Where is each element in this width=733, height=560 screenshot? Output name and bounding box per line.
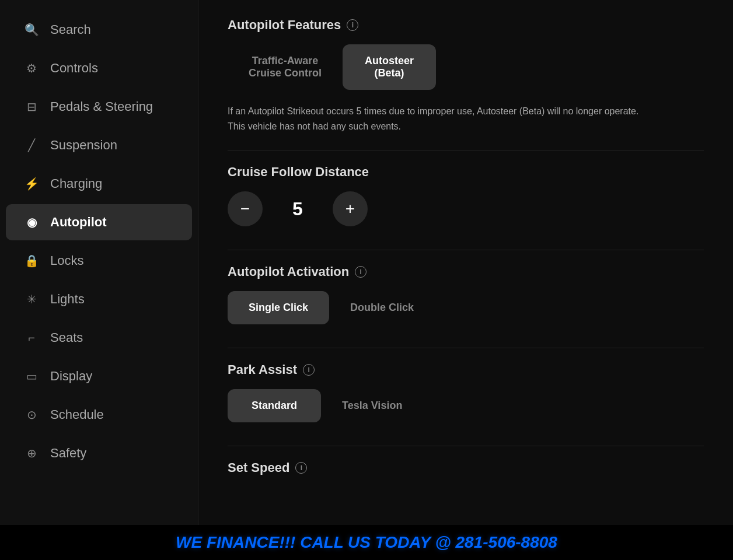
double-click-btn[interactable]: Double Click	[329, 291, 435, 324]
banner-text: WE FINANCE!!! CALL US TODAY @ 281-506-88…	[176, 533, 557, 551]
autopilot-features-title: Autopilot Features i	[228, 18, 704, 33]
autopilot-activation-title: Autopilot Activation i	[228, 264, 704, 279]
sidebar-label-suspension: Suspension	[50, 138, 117, 153]
distance-value: 5	[286, 198, 309, 220]
sidebar-item-schedule[interactable]: ⊙ Schedule	[6, 397, 192, 433]
sidebar-item-search[interactable]: 🔍 Search	[6, 12, 192, 48]
autopilot-features-section: Autopilot Features i Traffic-Aware Cruis…	[228, 18, 704, 134]
autopilot-features-toggle-group: Traffic-Aware Cruise Control Autosteer (…	[228, 44, 704, 90]
sidebar-label-autopilot: Autopilot	[50, 215, 107, 230]
set-speed-section: Set Speed i	[228, 460, 704, 475]
plus-icon: +	[345, 200, 355, 218]
sidebar-label-display: Display	[50, 369, 92, 384]
autosteer-beta-btn[interactable]: Autosteer (Beta)	[343, 44, 436, 90]
park-assist-info-icon[interactable]: i	[303, 364, 315, 376]
lock-icon: 🔒	[23, 254, 40, 268]
schedule-icon: ⊙	[23, 408, 40, 422]
distance-control: − 5 +	[228, 191, 704, 226]
sidebar-item-safety[interactable]: ⊕ Safety	[6, 435, 192, 471]
sidebar-label-charging: Charging	[50, 176, 102, 191]
sidebar-item-lights[interactable]: ✳ Lights	[6, 281, 192, 317]
sidebar-label-controls: Controls	[50, 61, 98, 76]
autopilot-activation-info-icon[interactable]: i	[355, 266, 366, 278]
autopilot-features-info-icon[interactable]: i	[347, 19, 358, 31]
traffic-aware-cruise-btn[interactable]: Traffic-Aware Cruise Control	[228, 44, 343, 90]
sidebar-label-search: Search	[50, 22, 91, 37]
autopilot-activation-toggle-group: Single Click Double Click	[228, 291, 704, 324]
pedals-icon: ⊟	[23, 100, 40, 114]
sidebar-label-lights: Lights	[50, 292, 85, 307]
sidebar-item-charging[interactable]: ⚡ Charging	[6, 166, 192, 202]
divider-2	[228, 250, 704, 250]
seats-icon: ⌐	[23, 331, 40, 345]
suspension-icon: ╱	[23, 138, 40, 152]
increase-distance-btn[interactable]: +	[333, 191, 368, 226]
bottom-banner: WE FINANCE!!! CALL US TODAY @ 281-506-88…	[0, 525, 733, 560]
tesla-vision-btn[interactable]: Tesla Vision	[321, 389, 423, 422]
standard-btn[interactable]: Standard	[228, 389, 321, 422]
lights-icon: ✳	[23, 292, 40, 306]
sidebar-item-display[interactable]: ▭ Display	[6, 358, 192, 394]
sidebar-label-locks: Locks	[50, 253, 83, 268]
sidebar-label-seats: Seats	[50, 330, 83, 345]
main-content: Autopilot Features i Traffic-Aware Cruis…	[198, 0, 733, 560]
sidebar-label-safety: Safety	[50, 446, 86, 461]
search-icon: 🔍	[23, 23, 40, 37]
minus-icon: −	[240, 200, 250, 218]
sidebar-label-schedule: Schedule	[50, 407, 104, 422]
park-assist-section: Park Assist i Standard Tesla Vision	[228, 362, 704, 422]
divider-3	[228, 348, 704, 348]
park-assist-title: Park Assist i	[228, 362, 704, 377]
sidebar-item-seats[interactable]: ⌐ Seats	[6, 320, 192, 356]
decrease-distance-btn[interactable]: −	[228, 191, 263, 226]
sidebar-item-locks[interactable]: 🔒 Locks	[6, 243, 192, 279]
set-speed-title: Set Speed i	[228, 460, 704, 475]
autopilot-icon: ◉	[23, 215, 40, 229]
sidebar-item-controls[interactable]: ⚙ Controls	[6, 50, 192, 86]
cruise-follow-distance-title: Cruise Follow Distance	[228, 164, 704, 180]
single-click-btn[interactable]: Single Click	[228, 291, 329, 324]
safety-icon: ⊕	[23, 446, 40, 460]
sidebar: 🔍 Search ⚙ Controls ⊟ Pedals & Steering …	[0, 0, 198, 560]
controls-icon: ⚙	[23, 61, 40, 75]
sidebar-item-autopilot[interactable]: ◉ Autopilot	[6, 204, 192, 240]
sidebar-item-suspension[interactable]: ╱ Suspension	[6, 127, 192, 163]
set-speed-info-icon[interactable]: i	[295, 462, 307, 474]
sidebar-label-pedals: Pedals & Steering	[50, 99, 153, 114]
sidebar-item-pedals[interactable]: ⊟ Pedals & Steering	[6, 89, 192, 125]
autopilot-strikeout-info: If an Autopilot Strikeout occurs 5 times…	[228, 104, 648, 134]
autopilot-activation-section: Autopilot Activation i Single Click Doub…	[228, 264, 704, 324]
charging-icon: ⚡	[23, 177, 40, 191]
divider-4	[228, 446, 704, 446]
cruise-follow-distance-section: Cruise Follow Distance − 5 +	[228, 164, 704, 226]
divider-1	[228, 150, 704, 150]
park-assist-toggle-group: Standard Tesla Vision	[228, 389, 704, 422]
display-icon: ▭	[23, 369, 40, 383]
